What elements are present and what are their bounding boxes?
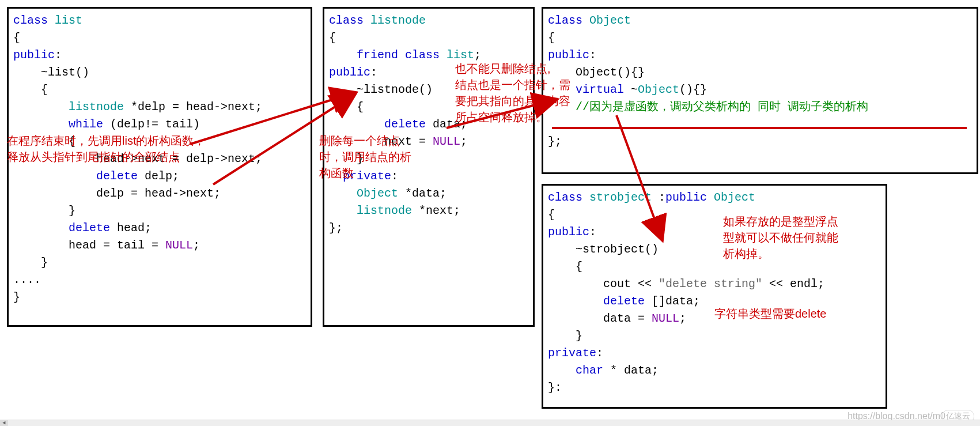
annotation-4: 如果存放的是整型浮点 型就可以不做任何就能 析构掉。 (723, 213, 838, 262)
annotation-3: 也不能只删除结点, 结点也是一个指针，需 要把其指向的具体内容 所占空间释放掉。 (455, 61, 570, 125)
code-box-object: class Object { public: Object(){} virtua… (542, 7, 978, 174)
annotation-2: 删除每一个结点 时，调用结点的析 构函数 (319, 133, 411, 181)
annotation-1: 在程序结束时，先调用list的析构函数， 释放从头指针到尾指针的全部结点 (7, 133, 205, 165)
red-underline (552, 127, 967, 129)
code-box-list: class list { public: ~list() { listnode … (7, 7, 312, 327)
scroll-left-button[interactable]: ◄ (0, 420, 8, 426)
horizontal-scrollbar[interactable]: ◄ (0, 420, 980, 426)
annotation-5: 字符串类型需要delete (714, 306, 827, 322)
